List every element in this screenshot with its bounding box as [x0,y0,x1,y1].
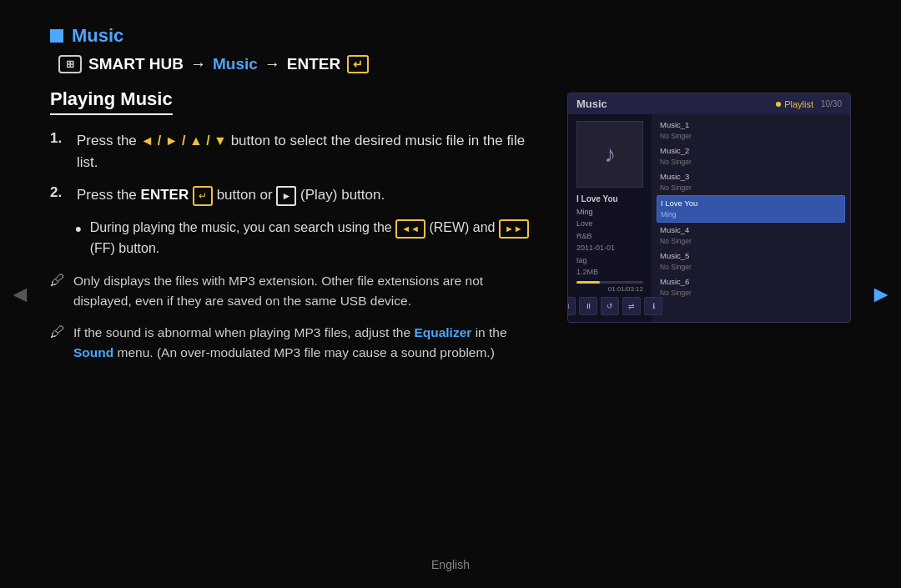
page-num: 10/30 [821,99,842,108]
playlist-item[interactable]: Music_3No Singer [657,169,845,195]
note-2-text-before: If the sound is abnormal when playing MP… [73,325,410,339]
time-label: 01:01/03:12 [576,285,643,293]
play-btn-inline: ► [276,186,296,206]
step-2-text-before: Press the [77,187,137,203]
music-note-icon: ♪ [604,141,616,168]
ctrl-repeat-btn[interactable]: ↺ [601,297,619,315]
page-container: ◄ ► Music ⊞ SMART HUB → Music → ENTER ↵ … [0,0,901,588]
footer: English [0,558,901,571]
step-1-text: Press the ◄ / ► / ▲ / ▼ button to select… [77,130,542,173]
track-title: I Love You [576,193,643,206]
breadcrumb: ⊞ SMART HUB → Music → ENTER ↵ [58,55,851,73]
note-1: 🖊 Only displays the files with MP3 exten… [50,271,542,311]
note-icon-1: 🖊 [50,272,65,289]
section-title: Playing Music [50,88,173,115]
breadcrumb-arrow2: → [264,55,280,73]
playlist-label: Playlist [776,99,813,109]
nav-left-arrow[interactable]: ◄ [8,281,32,308]
controls-row: ⊞ ⏸ ↺ ⇌ ℹ [567,297,662,315]
bullet-item: • During playing the music, you can sear… [75,218,542,259]
bullet-text-before: During playing the music, you can search… [90,220,392,234]
ctrl-info-btn[interactable]: ℹ [644,297,662,315]
playlist-dot [776,102,781,107]
step-2-text: Press the ENTER ↵ button or ► (Play) but… [77,184,385,206]
equalizer-link: Equalizer [414,325,471,339]
ff-btn: ►► [499,219,529,239]
header-title-text: Music [72,25,123,47]
note-icon-2: 🖊 [50,324,65,341]
breadcrumb-arrow1: → [190,55,206,73]
breadcrumb-music: Music [213,55,258,73]
step-2-text-middle: button or [217,187,273,203]
playlist-item[interactable]: I Love YouMing [657,195,845,223]
step-1-number: 1. [50,130,67,147]
album-art-section: ♪ I Love You Ming Love R&B 2011-01-01 ta… [568,114,652,322]
footer-language: English [431,558,470,571]
breadcrumb-enter-label: ENTER [287,55,340,73]
track-artist: Ming [576,206,643,218]
music-panel: Music Playlist 10/30 ♪ I Love You [567,93,851,323]
rew-btn: ◄◄ [395,219,425,239]
bullet-dot: • [75,218,82,242]
album-art: ♪ [576,121,643,188]
music-panel-body: ♪ I Love You Ming Love R&B 2011-01-01 ta… [568,114,850,322]
playlist-item[interactable]: Music_6No Singer [657,274,845,298]
playlist-section: Music_1No SingerMusic_2No SingerMusic_3N… [652,114,850,298]
left-content: Playing Music 1. Press the ◄ / ► / ▲ / ▼… [50,88,542,374]
smart-hub-icon: ⊞ [58,55,82,73]
square-icon [50,29,63,43]
header-title: Music [50,25,851,47]
track-style: R&B [576,230,643,242]
smart-hub-label: SMART HUB [88,55,184,73]
note-2-text-after: menu. (An over-modulated MP3 file may ca… [118,345,495,359]
track-date: 2011-01-01 [576,242,643,254]
step-2-number: 2. [50,184,67,201]
track-tag: tag [576,254,643,266]
note-1-text: Only displays the files with MP3 extensi… [73,271,542,311]
bullet-ff-text: (FF) button. [90,241,160,255]
note-2-text: If the sound is abnormal when playing MP… [73,323,542,363]
track-genre: Love [576,218,643,229]
playlist-item[interactable]: Music_2No Singer [657,143,845,169]
playlist-item[interactable]: Music_5No Singer [657,249,845,274]
step-2-text-after: (Play) button. [300,187,385,203]
direction-arrows: ◄ / ► / ▲ / ▼ [141,133,227,148]
track-size: 1.2MB [576,266,643,278]
header-section: Music ⊞ SMART HUB → Music → ENTER ↵ [50,25,851,73]
enter-icon: ↵ [347,55,369,73]
sound-link: Sound [73,345,113,359]
note-2-text-middle: in the [476,325,507,339]
progress-bar-fill [576,281,600,284]
step-1-text-before: Press the [77,133,137,148]
enter-btn-inline: ↵ [193,186,213,206]
progress-bar-container: 01:01/03:12 [576,281,643,293]
nav-right-arrow[interactable]: ► [869,281,893,308]
note-2: 🖊 If the sound is abnormal when playing … [50,323,542,363]
ctrl-pause-btn[interactable]: ⏸ [579,297,597,315]
playlist-item[interactable]: Music_1No Singer [657,118,845,143]
main-content: Playing Music 1. Press the ◄ / ► / ▲ / ▼… [50,88,851,374]
bullet-text: During playing the music, you can search… [90,218,542,259]
step-2: 2. Press the ENTER ↵ button or ► (Play) … [50,184,542,206]
step-1: 1. Press the ◄ / ► / ▲ / ▼ button to sel… [50,130,542,173]
bullet-rew-text: (REW) and [429,220,495,234]
progress-bar-bg [576,281,643,284]
ctrl-shuffle-btn[interactable]: ⇌ [622,297,641,315]
music-panel-header: Music Playlist 10/30 [568,93,850,114]
music-panel-title: Music [576,98,607,110]
playlist-item[interactable]: Music_4No Singer [657,223,845,249]
track-details: I Love You Ming Love R&B 2011-01-01 tag … [576,193,643,278]
ctrl-grid-btn[interactable]: ⊞ [567,297,576,315]
